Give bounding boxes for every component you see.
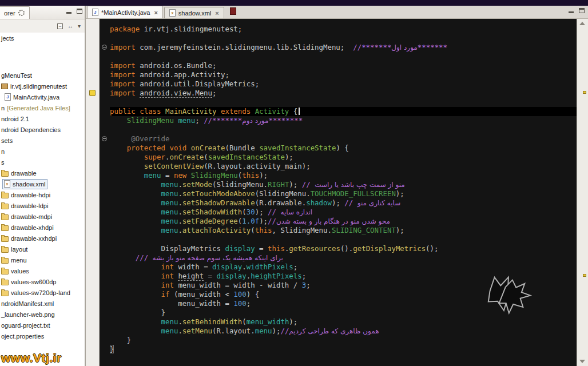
code-line[interactable]: menu.setMenu(R.layout.menu);//همون ظاهری… <box>110 327 577 336</box>
code-line[interactable] <box>110 98 577 107</box>
code-line[interactable]: menu.setTouchModeAbove(SlidingMenu.TOUCH… <box>110 189 577 198</box>
editor-tab[interactable]: xshadow.xml× <box>164 7 224 18</box>
tree-item-label: ndroid 2.1 <box>1 116 29 122</box>
maximize-icon[interactable] <box>77 9 82 14</box>
code-line[interactable]: int width = display.widthPixels; <box>110 262 577 272</box>
panel-tab-label: orer <box>4 10 15 17</box>
code-line[interactable]: super.onCreate(savedInstanceState); <box>110 153 577 162</box>
code-line[interactable]: public class MainActivity extends Activi… <box>110 107 577 116</box>
tree-item-label: drawable-mdpi <box>11 213 52 220</box>
code-line[interactable]: menu.setMode(SlidingMenu.RIGHT); // منو … <box>110 180 577 189</box>
code-editor[interactable]: package ir.vtj.slidingmenutest; import c… <box>100 19 577 366</box>
tree-item[interactable]: JMainActivity.java <box>0 92 85 102</box>
tree-item[interactable]: layout <box>0 244 85 254</box>
editor-body: package ir.vtj.slidingmenutest; import c… <box>86 19 588 366</box>
folder-icon <box>1 214 9 220</box>
editor-minimize-icon[interactable] <box>569 11 574 13</box>
scroll-up-icon[interactable] <box>579 22 585 25</box>
code-line[interactable]: @Override <box>110 134 577 144</box>
overview-warning-mark[interactable] <box>583 274 586 277</box>
code-line[interactable]: menu = new SlidingMenu(this); <box>110 171 577 180</box>
scroll-down-icon[interactable] <box>579 360 585 363</box>
code-line[interactable]: menu.setBehindWidth(menu_width); <box>110 317 577 327</box>
tree-item-label: gMenuTest <box>1 72 32 79</box>
code-line[interactable]: } <box>110 336 577 345</box>
tree-item[interactable]: sets <box>0 135 85 146</box>
tree-item[interactable]: ndroid Dependencies <box>0 124 85 135</box>
code-line[interactable]: menu.attachToActivity(this, SlidingMenu.… <box>110 226 577 235</box>
code-line[interactable]: setContentView(R.layout.activity_main); <box>110 162 577 171</box>
tree-item[interactable]: drawable <box>0 168 85 178</box>
tree-item[interactable]: _launcher-web.png <box>0 309 85 320</box>
fold-marker-icon[interactable] <box>102 45 107 50</box>
tree-item[interactable]: drawable-mdpi <box>0 211 85 222</box>
tree-item[interactable]: gMenuTest <box>0 70 85 81</box>
code-line[interactable] <box>110 34 577 43</box>
explorer-toolbar: − ↔ ▾ <box>0 19 85 33</box>
tree-item[interactable]: values <box>0 265 85 276</box>
tree-item[interactable]: values-sw600dp <box>0 276 85 287</box>
link-editor-icon[interactable]: ↔ <box>67 23 73 29</box>
tree-item[interactable]: oguard-project.txt <box>0 320 85 331</box>
code-line[interactable]: package ir.vtj.slidingmenutest; <box>110 25 577 34</box>
tree-item[interactable]: ndroid 2.1 <box>0 113 85 124</box>
code-line[interactable]: import android.view.Menu; <box>110 89 577 98</box>
tree-item-label: values <box>11 268 29 274</box>
code-line[interactable]: } <box>110 345 577 354</box>
code-line[interactable]: import android.os.Bundle; <box>110 61 577 70</box>
tree-item[interactable]: n [Generated Java Files] <box>0 102 85 113</box>
code-line[interactable] <box>110 52 577 61</box>
close-tab-icon[interactable]: × <box>154 10 157 15</box>
tree-item[interactable]: oject.properties <box>0 331 85 341</box>
window-titlebar[interactable] <box>0 0 588 6</box>
tree-item[interactable]: values-sw720dp-land <box>0 287 85 298</box>
folder-icon <box>1 193 9 198</box>
overview-ruler[interactable] <box>577 19 588 366</box>
tree-item[interactable]: drawable-xxhdpi <box>0 233 85 244</box>
view-menu-icon[interactable]: ▾ <box>78 23 81 29</box>
tree-item-label: menu <box>11 257 27 264</box>
code-line[interactable]: /// برای اینکه همیشه یک سوم صفحه منو باز… <box>110 253 577 262</box>
code-line[interactable]: menu.setShadowWidth(30); // اندازه سایه <box>110 208 577 217</box>
watermark-logo <box>483 268 535 320</box>
tree-item-label: s <box>1 159 5 166</box>
tree-item-label: drawable-hdpi <box>11 192 50 198</box>
code-line[interactable]: menu.setFadeDegree(1.0f);//محو شدن منو د… <box>110 217 577 226</box>
code-line[interactable]: protected void onCreate(Bundle savedInst… <box>110 144 577 153</box>
tree-item[interactable]: drawable-hdpi <box>0 189 85 200</box>
package-explorer-tab[interactable]: orer <box>0 6 30 19</box>
editor-tab[interactable]: J*MainActivity.java× <box>87 6 163 18</box>
code-line[interactable]: import android.util.DisplayMetrics; <box>110 79 577 89</box>
overview-warning-mark[interactable] <box>583 91 586 94</box>
tree-item[interactable]: ir.vtj.slidingmenutest <box>0 81 85 92</box>
tree-item-label: sets <box>1 137 13 144</box>
tree-item[interactable]: jects <box>0 33 85 43</box>
collapse-all-icon[interactable]: − <box>57 23 63 29</box>
close-tab-icon[interactable]: × <box>215 10 218 16</box>
tree-item[interactable]: drawable-ldpi <box>0 200 85 211</box>
folder-icon <box>1 204 9 209</box>
perspective-icon[interactable] <box>230 7 236 15</box>
code-line[interactable]: menu.setShadowDrawable(R.drawable.shadow… <box>110 198 577 208</box>
tree-item[interactable]: s <box>0 157 85 168</box>
tree-item-label: oguard-project.txt <box>1 322 50 329</box>
editor-maximize-icon[interactable] <box>579 8 585 13</box>
code-line[interactable] <box>110 235 577 244</box>
code-line[interactable]: import android.app.Activity; <box>110 70 577 79</box>
code-line[interactable] <box>110 125 577 134</box>
tree-selection: xshadow.xml <box>2 179 47 189</box>
tree-item[interactable]: menu <box>0 254 85 265</box>
tree-item[interactable]: drawable-xhdpi <box>0 222 85 233</box>
gear-icon <box>18 10 25 16</box>
project-tree[interactable]: jectsgMenuTestir.vtj.slidingmenutestJMai… <box>0 33 85 366</box>
watermark-text: www.Vtj.ir <box>1 351 62 365</box>
fold-marker-icon[interactable] <box>102 136 107 141</box>
code-line[interactable]: SlidingMenu menu; //*******مورد دوم*****… <box>110 116 577 125</box>
tree-item[interactable]: xshadow.xml <box>0 178 85 189</box>
code-line[interactable]: import com.jeremyfeinstein.slidingmenu.l… <box>110 43 577 52</box>
annotation-ruler[interactable] <box>86 19 100 366</box>
tree-item[interactable]: ndroidManifest.xml <box>0 298 85 309</box>
minimize-icon[interactable] <box>66 12 71 14</box>
code-line[interactable]: DisplayMetrics display = this.getResourc… <box>110 244 577 253</box>
tree-item[interactable]: n <box>0 146 85 157</box>
